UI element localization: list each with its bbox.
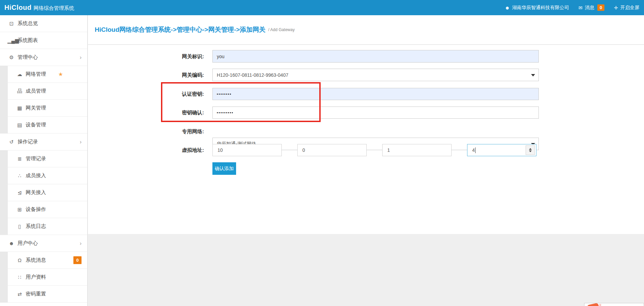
- users-icon: ☻: [7, 240, 16, 246]
- chevron-right-icon: ›: [80, 55, 82, 60]
- auth-key-input[interactable]: ••••••••: [212, 88, 539, 100]
- popup-detail: [599, 304, 601, 306]
- share-square-icon: ⊴: [16, 190, 24, 196]
- gateway-code-select[interactable]: H120-1607-0811-0812-9963-0407: [212, 69, 539, 81]
- sidebar-item-label: 用户资料: [26, 274, 46, 280]
- sidebar-item-member-mgmt[interactable]: 品成员管理: [0, 83, 87, 100]
- octet-value: 0: [302, 147, 305, 153]
- sidebar-item-system-charts[interactable]: ▁▄▆系统图表: [0, 32, 87, 49]
- sitemap-icon: 品: [16, 88, 24, 94]
- chevron-right-icon: ›: [80, 241, 82, 246]
- text-cursor: [475, 147, 476, 153]
- sidebar-item-label: 网关管理: [26, 105, 46, 111]
- spinner-up-icon[interactable]: [529, 148, 532, 150]
- sidebar-item-label: 系统日志: [26, 223, 46, 230]
- sidebar-item-label: 用户中心: [18, 240, 38, 246]
- sidebar-item-label: 操作记录: [18, 139, 38, 145]
- sidebar-item-user-center[interactable]: ☻用户中心›: [0, 235, 87, 252]
- sidebar-item-device-ops[interactable]: ⊞设备操作: [0, 201, 87, 218]
- sidebar-item-label: 管理中心: [18, 54, 38, 61]
- bell-icon: Ω: [16, 257, 24, 263]
- app-root: HiCloud网络综合管理系统 ☻ 湖南华辰智通科技有限公司 ✉ 消息 0 ✛ …: [0, 0, 644, 306]
- virtual-address-octet-3[interactable]: 1: [382, 144, 452, 156]
- auth-key-value: ••••••••: [217, 92, 232, 96]
- file-text-icon: ≣: [16, 156, 24, 162]
- file-icon: ▯: [16, 223, 24, 230]
- messages-menu[interactable]: ✉ 消息 0: [578, 4, 604, 11]
- messages-count-badge: 0: [597, 4, 604, 11]
- sidebar-item-user-profile[interactable]: ∷用户资料: [0, 269, 87, 286]
- partial-popup: [584, 303, 644, 306]
- octet-value: 10: [217, 147, 223, 153]
- sidebar-item-network-mgmt[interactable]: ☁网络管理★: [0, 66, 87, 83]
- sidebar-item-system-messages[interactable]: Ω系统消息0: [0, 252, 87, 269]
- sidebar-item-admin-records[interactable]: ≣管理记录: [0, 150, 87, 167]
- th-large-icon: ∷: [16, 274, 24, 280]
- top-header-bar: HiCloud网络综合管理系统 ☻ 湖南华辰智通科技有限公司 ✉ 消息 0 ✛ …: [0, 0, 644, 15]
- gateway-id-input[interactable]: you: [212, 50, 539, 63]
- sidebar-item-label: 系统消息: [26, 257, 46, 263]
- retweet-icon: ⇄: [16, 291, 24, 297]
- brand-subtitle: 网络综合管理系统: [33, 5, 74, 11]
- chevron-down-icon: [531, 74, 535, 76]
- share-icon: ∴: [16, 173, 24, 179]
- brand-name: HiCloud: [4, 4, 31, 11]
- confirm-add-button[interactable]: 确认添加: [212, 162, 236, 175]
- virtual-address-octet-4[interactable]: 4: [467, 144, 536, 156]
- gears-icon: ⚙: [7, 54, 16, 61]
- chevron-right-icon: ›: [80, 139, 82, 145]
- sidebar-nav: ⊡系统总览▁▄▆系统图表⚙管理中心›☁网络管理★品成员管理▦网关管理▤设备管理↺…: [0, 15, 88, 306]
- virtual-address-octet-1[interactable]: 10: [212, 144, 282, 156]
- number-spinner[interactable]: [526, 145, 535, 155]
- sidebar-item-label: 设备操作: [26, 206, 46, 213]
- breadcrumb-bar: HiCloud网络综合管理系统->管理中心->网关管理->添加网关 / Add …: [88, 15, 644, 45]
- virtual-address-octet-2[interactable]: 0: [297, 144, 367, 156]
- key-confirm-input[interactable]: •••••••••: [212, 107, 539, 119]
- messages-label: 消息: [585, 5, 594, 11]
- brand-logo: HiCloud网络综合管理系统: [4, 4, 74, 11]
- sidebar-item-gateway-access[interactable]: ⊴网关接入: [0, 184, 87, 201]
- star-icon[interactable]: ★: [58, 71, 63, 77]
- sidebar-item-password-reset[interactable]: ⇄密码重置: [0, 286, 87, 303]
- sidebar-item-label: 网关接入: [26, 189, 46, 196]
- cloud-icon: ☁: [16, 71, 24, 77]
- user-icon: ☻: [505, 5, 510, 10]
- gateway-code-value: H120-1607-0811-0812-9963-0407: [217, 72, 288, 78]
- history-icon: ↺: [7, 139, 16, 145]
- sidebar-count-badge: 0: [73, 256, 82, 264]
- sidebar-item-label: 系统图表: [18, 37, 38, 44]
- octet-value: 1: [387, 147, 390, 153]
- sidebar-item-system-logs[interactable]: ▯系统日志: [0, 218, 87, 235]
- sidebar-item-label: 系统总览: [18, 20, 38, 27]
- sidebar-item-label: 网络管理: [26, 71, 46, 77]
- company-account-menu[interactable]: ☻ 湖南华辰智通科技有限公司: [505, 5, 569, 11]
- plus-square-icon: ⊞: [16, 207, 24, 213]
- sidebar-item-label: 管理记录: [26, 156, 46, 162]
- bar-chart-icon: ▁▄▆: [7, 38, 16, 44]
- gateway-id-value: you: [217, 54, 225, 59]
- orange-logo-icon: [587, 303, 599, 306]
- fullscreen-icon: ✛: [614, 5, 618, 10]
- sidebar-item-admin-center[interactable]: ⚙管理中心›: [0, 49, 87, 66]
- private-network-label: 专用网络:: [136, 125, 204, 138]
- desktop-icon: ⊡: [7, 21, 16, 27]
- gateway-id-label: 网关标识:: [136, 50, 204, 63]
- key-confirm-label: 密钥确认:: [136, 107, 204, 119]
- sidebar-item-member-access[interactable]: ∴成员接入: [0, 167, 87, 184]
- gateway-code-label: 网关编码:: [136, 69, 204, 81]
- envelope-icon: ✉: [578, 5, 582, 10]
- sidebar-item-label: 设备管理: [26, 122, 46, 128]
- header-right-group: ☻ 湖南华辰智通科技有限公司 ✉ 消息 0 ✛ 开启全屏: [505, 4, 639, 11]
- sidebar-item-system-overview[interactable]: ⊡系统总览: [0, 15, 87, 32]
- company-name: 湖南华辰智通科技有限公司: [512, 5, 569, 11]
- auth-key-label: 认证密钥:: [136, 88, 204, 100]
- sidebar-item-device-mgmt[interactable]: ▤设备管理: [0, 117, 87, 134]
- sidebar-item-op-records[interactable]: ↺操作记录›: [0, 134, 87, 150]
- breadcrumb-suffix: / Add Gateway: [268, 27, 295, 32]
- spinner-down-icon[interactable]: [529, 150, 532, 152]
- fullscreen-toggle[interactable]: ✛ 开启全屏: [614, 5, 639, 11]
- fullscreen-label: 开启全屏: [620, 5, 639, 11]
- sidebar-item-label: 密码重置: [26, 291, 46, 297]
- sidebar-item-gateway-mgmt[interactable]: ▦网关管理: [0, 100, 87, 117]
- sidebar-item-label: 成员接入: [26, 172, 46, 179]
